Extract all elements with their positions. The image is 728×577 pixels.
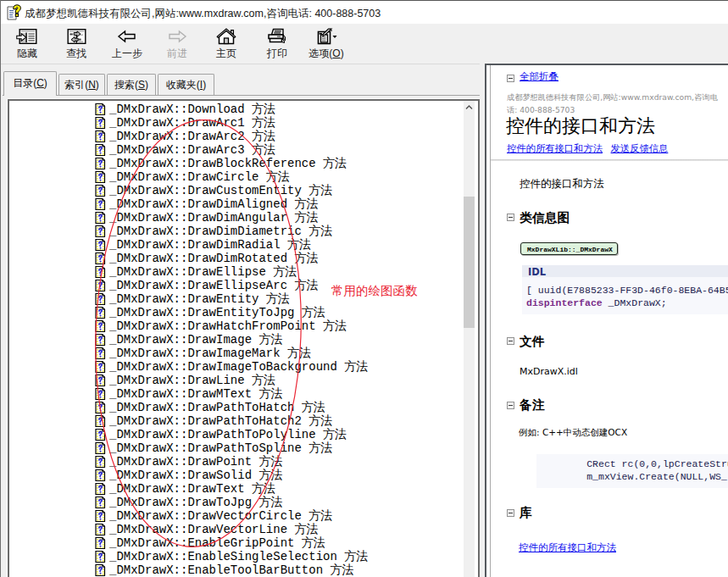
tree-item[interactable]: _DMxDrawX::DrawLine 方法 bbox=[9, 374, 463, 387]
tree-item[interactable]: _DMxDrawX::DrawDimRotated 方法 bbox=[9, 252, 463, 265]
tree-item[interactable]: _DMxDrawX::DrawHatchFromPoint 方法 bbox=[9, 319, 463, 333]
print-button[interactable]: 打印 bbox=[253, 24, 302, 64]
help-topic-icon bbox=[95, 198, 106, 210]
feedback-link[interactable]: 发送反馈信息 bbox=[611, 143, 669, 154]
print-icon bbox=[266, 28, 288, 45]
tab-search[interactable]: 搜索(S) bbox=[107, 74, 156, 95]
tree-item-label: _DMxDrawX::Download 方法 bbox=[109, 103, 275, 116]
tree-item[interactable]: _DMxDrawX::DrawEntityToJpg 方法 bbox=[9, 306, 463, 319]
tree-item[interactable]: _DMxDrawX::DrawArc2 方法 bbox=[9, 130, 463, 143]
tree-item-label: _DMxDrawX::DrawArc1 方法 bbox=[109, 117, 275, 130]
forward-button[interactable]: 前进 bbox=[153, 24, 202, 64]
tree-item[interactable]: _DMxDrawX::DrawCustomEntity 方法 bbox=[9, 184, 463, 197]
class-diagram-box[interactable]: MxDrawXLib::_DMxDrawX bbox=[520, 242, 618, 255]
tree-item[interactable]: _DMxDrawX::DrawPathToHatch2 方法 bbox=[9, 414, 463, 428]
tree-scrollbar-thumb[interactable] bbox=[464, 197, 475, 328]
tab-label: 目录(C) bbox=[13, 77, 47, 89]
topic-panel-rule bbox=[490, 65, 491, 577]
scroll-up-icon[interactable] bbox=[464, 101, 475, 114]
tab-index[interactable]: 索引(N) bbox=[58, 74, 105, 95]
section-class-diagram-heading: 类信息图 bbox=[520, 210, 570, 226]
tree-item[interactable]: _DMxDrawX::DrawPoint 方法 bbox=[9, 455, 463, 469]
tree-item[interactable]: _DMxDrawX::DrawDimDiametric 方法 bbox=[9, 225, 463, 238]
help-topic-icon bbox=[95, 334, 106, 346]
library-link[interactable]: 控件的所有接口和方法 bbox=[519, 541, 616, 554]
forward-button-label: 前进 bbox=[153, 47, 202, 61]
annotation-label: 常用的绘图函数 bbox=[331, 283, 418, 299]
home-icon bbox=[215, 28, 237, 45]
tab-contents[interactable]: 目录(C) bbox=[3, 71, 57, 96]
tree-item-label: _DMxDrawX::DrawImageToBackground 方法 bbox=[109, 361, 368, 374]
collapse-section-icon[interactable] bbox=[507, 509, 514, 517]
tree-item-label: _DMxDrawX::DrawCircle 方法 bbox=[109, 171, 290, 184]
collapse-section-icon[interactable] bbox=[507, 402, 514, 409]
options-button[interactable]: 选项(O) bbox=[302, 24, 351, 64]
locate-button[interactable]: 查找 bbox=[52, 24, 101, 64]
tree-item[interactable]: _DMxDrawX::DrawPathToSpline 方法 bbox=[9, 441, 463, 455]
collapse-all-icon[interactable] bbox=[507, 75, 514, 82]
tree-item[interactable]: _DMxDrawX::EnableGripPoint 方法 bbox=[9, 536, 463, 550]
tree-item-label: _DMxDrawX::DrawPathToHatch2 方法 bbox=[109, 415, 332, 428]
idl-code-header: IDL bbox=[522, 265, 728, 277]
tree-item-label: _DMxDrawX::DrawDimDiametric 方法 bbox=[109, 225, 332, 238]
collapse-all-link[interactable]: 全部折叠 bbox=[520, 70, 559, 83]
collapse-section-icon[interactable] bbox=[507, 337, 514, 345]
tree-item[interactable]: _DMxDrawX::DrawImage 方法 bbox=[9, 333, 463, 347]
tree-item[interactable]: _DMxDrawX::DrawDimAngular 方法 bbox=[9, 211, 463, 225]
back-button[interactable]: 上一步 bbox=[103, 24, 152, 64]
tree-item-label: _DMxDrawX::DrawArc2 方法 bbox=[109, 130, 275, 143]
tree-item[interactable]: _DMxDrawX::DrawDimRadial 方法 bbox=[9, 238, 463, 252]
tree-item-label: _DMxDrawX::DrawDimAligned 方法 bbox=[109, 198, 318, 211]
idl-header-label: IDL bbox=[528, 266, 546, 278]
tree-item-label: _DMxDrawX::DrawCustomEntity 方法 bbox=[109, 185, 332, 197]
tree-item[interactable]: _DMxDrawX::DrawArc3 方法 bbox=[9, 143, 463, 157]
tree-item[interactable]: _DMxDrawX::DrawImageMark 方法 bbox=[9, 347, 463, 360]
all-interfaces-link[interactable]: 控件的所有接口和方法 bbox=[507, 143, 603, 154]
tree-item[interactable]: _DMxDrawX::DrawText 方法 bbox=[9, 482, 463, 496]
class-diagram-label: MxDrawXLib::_DMxDrawX bbox=[527, 246, 613, 253]
remarks-code-block: CRect rc(0,0,lpCreateStru m_mxView.Creat… bbox=[536, 454, 728, 488]
tree-item-label: _DMxDrawX::DrawHatchFromPoint 方法 bbox=[109, 320, 347, 333]
help-topic-icon bbox=[95, 564, 106, 576]
tree-scrollbar[interactable] bbox=[464, 101, 475, 577]
home-button[interactable]: 主页 bbox=[202, 24, 251, 64]
tree-item[interactable]: _DMxDrawX::Download 方法 bbox=[9, 103, 463, 116]
toolbar: 隐藏 查找 上一步 前进 主页 bbox=[1, 24, 728, 64]
tree-item[interactable]: _DMxDrawX::DrawPathToPolyline 方法 bbox=[9, 428, 463, 441]
options-button-label: 选项(O) bbox=[302, 47, 351, 61]
tree-item-label: _DMxDrawX::EnableToolBarButton 方法 bbox=[109, 564, 353, 577]
tree-item[interactable]: _DMxDrawX::DrawMText 方法 bbox=[9, 387, 463, 401]
forward-arrow-icon bbox=[166, 28, 188, 45]
tree-item[interactable]: _DMxDrawX::DrawVectorLine 方法 bbox=[9, 523, 463, 536]
print-button-label: 打印 bbox=[253, 47, 302, 61]
help-topic-icon bbox=[95, 171, 106, 183]
tab-favorites[interactable]: 收藏夹(I) bbox=[158, 74, 214, 95]
tree-item-label: _DMxDrawX::DrawBlockReference 方法 bbox=[109, 158, 347, 170]
tree-item[interactable]: _DMxDrawX::DrawCircle 方法 bbox=[9, 170, 463, 184]
help-topic-icon bbox=[95, 185, 106, 197]
help-topic-icon bbox=[95, 483, 106, 495]
tree-item[interactable]: _DMxDrawX::DrawDimAligned 方法 bbox=[9, 197, 463, 211]
tree-item-label: _DMxDrawX::DrawImage 方法 bbox=[109, 334, 282, 347]
tree-item-label: _DMxDrawX::DrawPoint 方法 bbox=[109, 456, 282, 469]
tree-item[interactable]: _DMxDrawX::EnableToolBarButton 方法 bbox=[9, 563, 463, 577]
tree-item[interactable]: _DMxDrawX::DrawBlockReference 方法 bbox=[9, 157, 463, 170]
tree-item[interactable]: _DMxDrawX::DrawPathToHatch 方法 bbox=[9, 401, 463, 414]
tree-item-label: _DMxDrawX::DrawToJpg 方法 bbox=[109, 497, 282, 509]
window-title: 成都梦想凯德科技有限公司,网站:www.mxdraw.com,咨询电话: 400… bbox=[25, 7, 381, 21]
tree-item-label: _DMxDrawX::DrawVectorCircle 方法 bbox=[109, 510, 332, 523]
help-topic-icon bbox=[95, 442, 106, 454]
tree-item[interactable]: _DMxDrawX::EnableSingleSelection 方法 bbox=[9, 550, 463, 563]
tree-item[interactable]: _DMxDrawX::DrawToJpg 方法 bbox=[9, 496, 463, 509]
tree-item-label: _DMxDrawX::EnableGripPoint 方法 bbox=[109, 537, 325, 550]
tree-item[interactable]: _DMxDrawX::DrawArc1 方法 bbox=[9, 116, 463, 130]
tree-item-label: _DMxDrawX::DrawDimRotated 方法 bbox=[109, 252, 318, 265]
tree-item[interactable]: _DMxDrawX::DrawSolid 方法 bbox=[9, 469, 463, 482]
hide-button[interactable]: 隐藏 bbox=[3, 24, 52, 64]
tree-item[interactable]: _DMxDrawX::DrawVectorCircle 方法 bbox=[9, 509, 463, 523]
tree-item[interactable]: _DMxDrawX::DrawEllipse 方法 bbox=[9, 265, 463, 279]
collapse-section-icon[interactable] bbox=[507, 214, 514, 221]
tree-item[interactable]: _DMxDrawX::DrawImageToBackground 方法 bbox=[9, 360, 463, 374]
remarks-code-line: m_mxView.Create(NULL,WS_ bbox=[540, 471, 727, 482]
remarks-code-line: CRect rc(0,0,lpCreateStru bbox=[540, 458, 728, 469]
